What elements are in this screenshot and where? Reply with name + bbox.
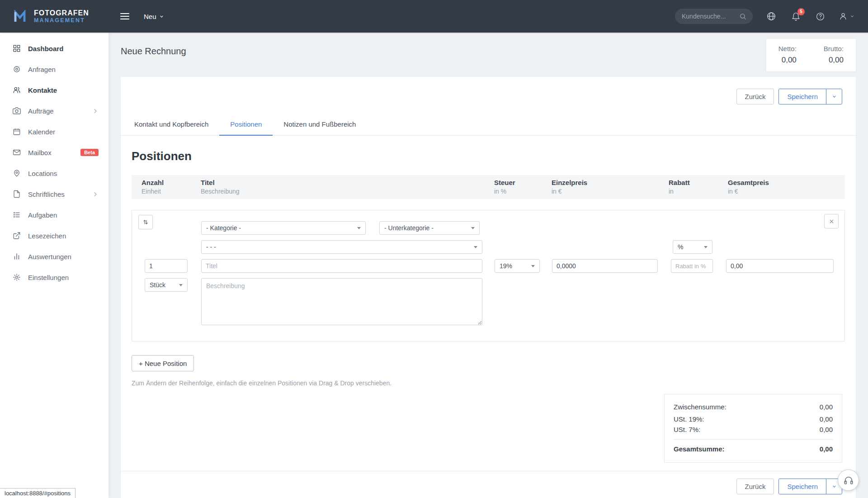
sidebar: Dashboard Anfragen Kontakte Aufträge Kal… xyxy=(0,33,108,498)
sidebar-item-kontakte[interactable]: Kontakte xyxy=(0,80,108,100)
subcategory-select[interactable]: - Unterkategorie - xyxy=(379,221,480,235)
bar-chart-icon xyxy=(13,252,21,261)
discount-input[interactable] xyxy=(671,259,713,273)
dashboard-grid-icon xyxy=(13,44,21,52)
category-select[interactable]: - Kategorie - xyxy=(201,221,366,235)
headset-icon xyxy=(844,475,854,485)
search-input[interactable] xyxy=(681,12,736,20)
tax-select[interactable]: 19% xyxy=(495,259,540,273)
unit-price-input[interactable] xyxy=(552,259,658,273)
user-menu-button[interactable] xyxy=(839,12,854,21)
save-button-bottom[interactable]: Speichern xyxy=(778,479,826,494)
map-pin-icon xyxy=(13,169,21,177)
sidebar-item-locations[interactable]: Locations xyxy=(0,163,108,184)
sidebar-item-dashboard[interactable]: Dashboard xyxy=(0,38,108,59)
gear-icon xyxy=(13,273,21,281)
status-url: localhost:8888/#positions xyxy=(0,488,75,498)
save-button-group-bottom: Speichern xyxy=(778,479,842,494)
totals-summary: Zwischensumme: 0,00 USt. 19%: 0,00 USt. … xyxy=(664,394,842,463)
camera-icon xyxy=(13,107,21,115)
title-input[interactable] xyxy=(201,259,482,273)
card-actions-bottom: Zurück Speichern xyxy=(121,471,856,498)
beta-badge: Beta xyxy=(80,149,99,156)
close-icon xyxy=(829,218,835,224)
summary-value: 0,00 xyxy=(820,403,833,411)
sidebar-item-anfragen[interactable]: Anfragen xyxy=(0,59,108,80)
chevron-down-icon xyxy=(531,265,535,267)
topbar: FOTOGRAFEN MANAGEMENT Neu 5 xyxy=(0,0,868,33)
summary-row-zwischensumme: Zwischensumme: 0,00 xyxy=(674,400,833,414)
chevron-right-icon xyxy=(92,191,99,198)
column-header-anzahl: Anzahl Einheit xyxy=(142,179,201,195)
support-button[interactable] xyxy=(838,470,859,491)
sidebar-item-label: Aufgaben xyxy=(28,211,57,219)
chevron-down-icon xyxy=(357,227,361,229)
tab-kontakt-kopfbereich[interactable]: Kontakt und Kopfbereich xyxy=(123,114,219,136)
total-price-input[interactable] xyxy=(726,259,834,273)
document-icon xyxy=(13,190,21,198)
back-button[interactable]: Zurück xyxy=(736,89,774,104)
user-icon xyxy=(839,12,848,21)
card-actions-top: Zurück Speichern xyxy=(121,77,856,104)
column-header-gesamtpreis: Gesamtpreis in € xyxy=(728,179,845,195)
sidebar-item-auswertungen[interactable]: Auswertungen xyxy=(0,246,108,267)
back-button-bottom[interactable]: Zurück xyxy=(736,479,774,494)
summary-label: Zwischensumme: xyxy=(674,403,726,411)
item-select-value: - - - xyxy=(206,243,216,251)
column-header-rabatt: Rabatt in xyxy=(669,179,728,195)
notifications-button[interactable]: 5 xyxy=(790,10,802,23)
unit-select[interactable]: Stück xyxy=(145,278,188,292)
sidebar-item-aufgaben[interactable]: Aufgaben xyxy=(0,204,108,225)
chevron-down-icon xyxy=(471,227,475,229)
discount-unit-select[interactable]: % xyxy=(673,240,712,254)
sidebar-item-kalender[interactable]: Kalender xyxy=(0,121,108,142)
drag-drop-hint: Zum Ändern der Reihenfolge, einfach die … xyxy=(132,379,845,387)
netto-value: 0,00 xyxy=(778,56,797,65)
netto-column: Netto: 0,00 xyxy=(778,45,797,65)
sort-arrows-icon xyxy=(142,218,149,226)
drag-handle[interactable] xyxy=(138,215,153,229)
save-button-group: Speichern xyxy=(778,89,842,104)
page-header: Neue Rechnung Netto: 0,00 Brutto: 0,00 xyxy=(121,33,856,71)
external-link-icon xyxy=(13,232,21,240)
sidebar-item-auftraege[interactable]: Aufträge xyxy=(0,100,108,121)
save-options-button[interactable] xyxy=(826,89,842,104)
sidebar-item-schriftliches[interactable]: Schriftliches xyxy=(0,184,108,204)
subcategory-select-value: - Unterkategorie - xyxy=(384,224,434,232)
contacts-icon xyxy=(13,86,21,94)
menu-toggle-button[interactable] xyxy=(116,9,134,24)
add-position-button[interactable]: + Neue Position xyxy=(132,355,194,371)
mail-icon xyxy=(13,148,21,157)
tab-positionen[interactable]: Positionen xyxy=(219,114,273,136)
new-menu-button[interactable]: Neu xyxy=(144,13,164,20)
logo-line1: FOTOGRAFEN xyxy=(34,9,89,17)
quantity-input[interactable] xyxy=(145,259,188,273)
app-logo[interactable]: FOTOGRAFEN MANAGEMENT xyxy=(0,9,108,24)
chevron-down-icon xyxy=(832,94,837,99)
description-textarea[interactable] xyxy=(201,278,482,325)
remove-position-button[interactable] xyxy=(824,214,839,228)
tab-notizen-fussbereich[interactable]: Notizen und Fußbereich xyxy=(273,114,367,136)
positions-table-header: Anzahl Einheit Titel Beschreibung Steuer… xyxy=(132,175,845,199)
sidebar-item-label: Schriftliches xyxy=(28,190,65,198)
logo-line2: MANAGEMENT xyxy=(34,17,89,24)
sidebar-item-label: Kontakte xyxy=(28,86,57,94)
language-button[interactable] xyxy=(765,10,778,23)
topbar-actions: 5 xyxy=(675,9,868,24)
chevron-right-icon xyxy=(92,108,99,114)
item-select[interactable]: - - - xyxy=(201,240,482,254)
invoice-tabs: Kontakt und Kopfbereich Positionen Notiz… xyxy=(121,114,856,136)
sidebar-item-einstellungen[interactable]: Einstellungen xyxy=(0,267,108,288)
summary-row-ust19: USt. 19%: 0,00 xyxy=(674,414,833,424)
chevron-down-icon xyxy=(159,14,164,19)
summary-label: USt. 19%: xyxy=(674,415,704,423)
sidebar-item-label: Auswertungen xyxy=(28,253,71,261)
column-header-steuer: Steuer in % xyxy=(494,179,552,195)
search-icon[interactable] xyxy=(739,13,747,20)
sidebar-item-lesezeichen[interactable]: Lesezeichen xyxy=(0,225,108,246)
help-button[interactable] xyxy=(814,10,826,23)
invoice-card: Zurück Speichern Kontakt und Kopfbereich… xyxy=(121,77,856,498)
sidebar-item-mailbox[interactable]: Mailbox Beta xyxy=(0,142,108,163)
save-button[interactable]: Speichern xyxy=(778,89,826,104)
summary-value: 0,00 xyxy=(820,415,833,423)
